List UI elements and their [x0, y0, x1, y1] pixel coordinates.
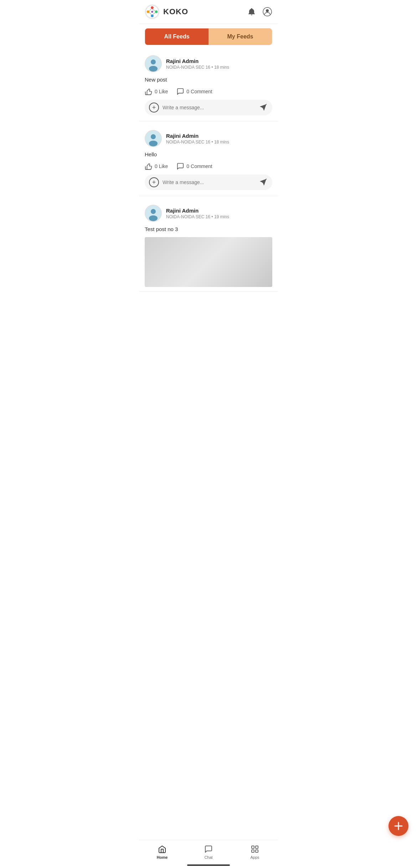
post-location-time: NOIDA-NOIDA SEC 16 • 18 mins [166, 65, 229, 70]
app-title-text: KOKO [163, 7, 188, 16]
post-actions: 0 Like 0 Comment [145, 88, 272, 95]
svg-point-2 [155, 10, 158, 13]
header-left: KOKO [145, 4, 188, 19]
avatar [145, 130, 162, 147]
feed-tabs: All Feeds My Feeds [145, 28, 272, 45]
svg-point-13 [151, 59, 156, 64]
header-icons [247, 7, 272, 17]
like-button[interactable]: 0 Like [145, 162, 168, 170]
like-count: 0 Like [155, 89, 168, 94]
svg-point-14 [149, 66, 158, 72]
post-image [145, 237, 272, 287]
post-location-time: NOIDA-NOIDA SEC 16 • 18 mins [166, 140, 229, 145]
svg-point-23 [151, 209, 156, 214]
post-meta: Rajini Admin NOIDA-NOIDA SEC 16 • 18 min… [166, 58, 229, 70]
send-button[interactable] [258, 103, 268, 113]
app-header: KOKO [139, 0, 278, 24]
post-card: Rajini Admin NOIDA-NOIDA SEC 16 • 18 min… [139, 49, 278, 121]
post-header: Rajini Admin NOIDA-NOIDA SEC 16 • 18 min… [145, 55, 272, 72]
post-card: Rajini Admin NOIDA-NOIDA SEC 16 • 19 min… [139, 199, 278, 292]
profile-icon[interactable] [262, 7, 272, 17]
post-author: Rajini Admin [166, 208, 229, 214]
svg-marker-16 [260, 104, 266, 111]
post-card: Rajini Admin NOIDA-NOIDA SEC 16 • 18 min… [139, 124, 278, 196]
svg-point-19 [149, 141, 158, 146]
comment-input[interactable] [163, 105, 254, 110]
svg-point-1 [151, 6, 154, 9]
svg-point-24 [149, 215, 158, 221]
svg-marker-21 [260, 179, 266, 185]
all-feeds-tab[interactable]: All Feeds [145, 28, 208, 45]
posts-container: Rajini Admin NOIDA-NOIDA SEC 16 • 18 min… [139, 49, 278, 323]
comment-count: 0 Comment [186, 89, 212, 94]
my-feeds-tab[interactable]: My Feeds [208, 28, 272, 45]
comment-add-button[interactable]: + [149, 103, 159, 113]
post-content: New post [145, 76, 272, 83]
post-header: Rajini Admin NOIDA-NOIDA SEC 16 • 18 min… [145, 130, 272, 147]
avatar [145, 205, 162, 222]
svg-point-11 [266, 9, 269, 12]
post-actions: 0 Like 0 Comment [145, 162, 272, 170]
svg-point-4 [147, 10, 150, 13]
app-logo [145, 4, 160, 19]
svg-point-9 [151, 11, 153, 13]
svg-point-18 [151, 134, 156, 139]
send-button[interactable] [258, 177, 268, 187]
comment-input-row: + [145, 100, 272, 115]
post-meta: Rajini Admin NOIDA-NOIDA SEC 16 • 19 min… [166, 208, 229, 219]
comment-input[interactable] [163, 179, 254, 185]
like-count: 0 Like [155, 163, 168, 169]
post-author: Rajini Admin [166, 58, 229, 64]
post-author: Rajini Admin [166, 133, 229, 139]
comment-button[interactable]: 0 Comment [176, 162, 212, 170]
notification-icon[interactable] [247, 7, 257, 17]
svg-point-3 [151, 15, 154, 17]
comment-input-row: + [145, 174, 272, 190]
post-location-time: NOIDA-NOIDA SEC 16 • 19 mins [166, 214, 229, 219]
avatar [145, 55, 162, 72]
post-content: Test post no 3 [145, 225, 272, 233]
post-content: Hello [145, 151, 272, 158]
comment-button[interactable]: 0 Comment [176, 88, 212, 95]
comment-add-button[interactable]: + [149, 177, 159, 187]
post-header: Rajini Admin NOIDA-NOIDA SEC 16 • 19 min… [145, 205, 272, 222]
comment-count: 0 Comment [186, 163, 212, 169]
like-button[interactable]: 0 Like [145, 88, 168, 95]
post-image-inner [145, 237, 272, 287]
post-meta: Rajini Admin NOIDA-NOIDA SEC 16 • 18 min… [166, 133, 229, 145]
